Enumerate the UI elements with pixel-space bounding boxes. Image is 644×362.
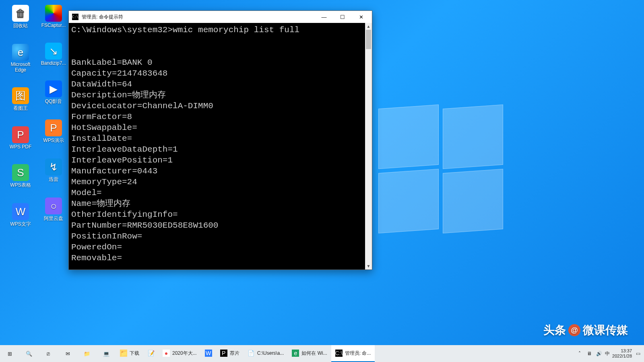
taskbar-app-label: 下载 xyxy=(130,350,139,357)
app-icon: ↯ xyxy=(45,158,62,175)
terminal-output[interactable]: C:\Windows\system32>wmic memorychip list… xyxy=(69,23,372,269)
app-icon: 🗑 xyxy=(12,5,29,22)
taskbar-app[interactable]: 📝 xyxy=(143,345,159,362)
cmd-icon: C:\ xyxy=(72,14,78,20)
desktop-icon[interactable]: 🗑回收站 xyxy=(5,5,36,29)
desktop-icon[interactable]: ○阿里云盘 xyxy=(38,197,69,222)
windows-logo-wallpaper xyxy=(378,107,507,235)
app-icon: ○ xyxy=(45,197,62,214)
desktop-icon-label: 看图王 xyxy=(13,105,28,112)
taskbar-pinned-app[interactable]: ✉ xyxy=(58,345,77,362)
desktop-icon[interactable]: 图看图王 xyxy=(5,87,36,112)
minimize-button[interactable]: — xyxy=(315,11,333,23)
watermark: 头条 @ 微课传媒 xyxy=(543,323,628,338)
app-icon: ↘ xyxy=(45,43,62,60)
taskbar-app-icon: e xyxy=(292,350,299,357)
desktop-icon[interactable]: SWPS表格 xyxy=(5,164,36,189)
taskbar-app[interactable]: 📁下载 xyxy=(116,345,143,362)
desktop-icon-label: 阿里云盘 xyxy=(44,215,63,222)
taskbar-app-label: 荐片 xyxy=(230,350,239,357)
taskbar-app[interactable]: e如何在 Wi... xyxy=(288,345,331,362)
tray-chevron-icon[interactable]: ˄ xyxy=(576,350,583,357)
scroll-up-arrow[interactable]: ▲ xyxy=(365,23,372,30)
scroll-thumb[interactable] xyxy=(366,30,371,49)
taskbar-app-icon: W xyxy=(205,350,212,357)
desktop-icon-column-2: FSCaptur...↘Bandizip7...▶QQ影音PWPS演示↯迅雷○阿… xyxy=(38,5,69,222)
desktop-icon-label: QQ影音 xyxy=(45,98,62,105)
close-button[interactable]: ✕ xyxy=(352,11,370,23)
taskbar-app-label: 管理员: 命... xyxy=(345,350,371,357)
desktop: 🗑回收站eMicrosoft Edge图看图王PWPS PDFSWPS表格WWP… xyxy=(0,0,644,362)
watermark-prefix: 头条 xyxy=(543,323,566,338)
taskbar-app-icon: 📝 xyxy=(147,350,155,357)
tray-volume-icon[interactable]: 🔊 xyxy=(595,350,603,357)
clock-date: 2022/1/28 xyxy=(612,354,632,359)
desktop-icon[interactable]: WWPS文字 xyxy=(5,203,36,228)
clock[interactable]: 13:37 2022/1/28 xyxy=(612,348,632,358)
app-icon: 图 xyxy=(12,87,29,104)
desktop-icon[interactable]: ↘Bandizip7... xyxy=(38,43,69,66)
taskbar-app-icon: P xyxy=(220,350,227,357)
taskbar-pinned-app[interactable]: 📁 xyxy=(77,345,97,362)
notification-center-button[interactable]: ▭ xyxy=(634,350,642,357)
taskbar-app[interactable]: W xyxy=(201,345,216,362)
taskbar-app-icon: ● xyxy=(163,350,170,357)
search-button[interactable]: 🔍 xyxy=(19,345,39,362)
taskbar-pinned-app[interactable]: 💻 xyxy=(97,345,116,362)
start-button[interactable]: ⊞ xyxy=(0,345,19,362)
taskbar-app-icon: C:\ xyxy=(335,350,343,357)
desktop-icon-label: Bandizip7... xyxy=(41,60,66,66)
desktop-icon-label: WPS文字 xyxy=(10,221,31,228)
desktop-icon[interactable]: ▶QQ影音 xyxy=(38,80,69,105)
desktop-icon-label: WPS PDF xyxy=(10,144,32,150)
taskbar-app[interactable]: 📄C:\Users\a... xyxy=(244,345,288,362)
taskbar-app[interactable]: ●2020年大... xyxy=(159,345,201,362)
watermark-name: 微课传媒 xyxy=(583,323,628,338)
desktop-icon-column-1: 🗑回收站eMicrosoft Edge图看图王PWPS PDFSWPS表格WWP… xyxy=(5,5,36,228)
desktop-icon[interactable]: FSCaptur... xyxy=(38,5,69,28)
taskbar: ⊞ 🔍 ⎚ ✉📁💻 📁下载📝●2020年大...WP荐片📄C:\Users\a.… xyxy=(0,345,644,362)
app-icon: W xyxy=(12,203,29,220)
watermark-at-icon: @ xyxy=(568,324,580,336)
desktop-icon[interactable]: ↯迅雷 xyxy=(38,158,69,183)
titlebar[interactable]: C:\ 管理员: 命令提示符 — ☐ ✕ xyxy=(69,11,372,23)
scroll-down-arrow[interactable]: ▼ xyxy=(365,263,372,269)
taskbar-app-icon: 📄 xyxy=(248,350,255,357)
app-icon xyxy=(45,5,62,22)
desktop-icon-label: 回收站 xyxy=(13,23,28,29)
desktop-icon[interactable]: eMicrosoft Edge xyxy=(5,44,36,73)
desktop-icon-label: Microsoft Edge xyxy=(5,62,36,73)
taskview-button[interactable]: ⎚ xyxy=(39,345,58,362)
desktop-icon-label: FSCaptur... xyxy=(41,23,66,28)
desktop-icon-label: WPS表格 xyxy=(10,182,31,189)
taskbar-app-label: 2020年大... xyxy=(172,350,197,357)
desktop-icon[interactable]: PWPS PDF xyxy=(5,126,36,150)
system-tray[interactable]: ˄ 🖥 🔊 中 13:37 2022/1/28 ▭ xyxy=(576,345,644,362)
taskbar-app[interactable]: P荐片 xyxy=(216,345,244,362)
taskbar-app-icon: 📁 xyxy=(120,350,127,357)
app-icon: P xyxy=(45,119,62,136)
tray-network-icon[interactable]: 🖥 xyxy=(586,350,593,357)
app-icon: e xyxy=(12,44,29,61)
desktop-icon-label: 迅雷 xyxy=(49,176,58,183)
taskbar-app[interactable]: C:\管理员: 命... xyxy=(331,345,375,362)
app-icon: S xyxy=(12,164,29,181)
app-icon: ▶ xyxy=(45,80,62,97)
desktop-icon[interactable]: PWPS演示 xyxy=(38,119,69,144)
clock-time: 13:37 xyxy=(612,348,632,354)
taskbar-app-label: 如何在 Wi... xyxy=(301,350,327,357)
window-title: 管理员: 命令提示符 xyxy=(82,14,123,21)
scrollbar[interactable]: ▲ ▼ xyxy=(365,23,372,269)
maximize-button[interactable]: ☐ xyxy=(333,11,352,23)
app-icon: P xyxy=(12,126,29,143)
desktop-icon-label: WPS演示 xyxy=(43,137,64,144)
taskbar-app-label: C:\Users\a... xyxy=(257,350,284,356)
command-prompt-window: C:\ 管理员: 命令提示符 — ☐ ✕ C:\Windows\system32… xyxy=(68,10,372,270)
ime-indicator[interactable]: 中 xyxy=(605,350,610,357)
